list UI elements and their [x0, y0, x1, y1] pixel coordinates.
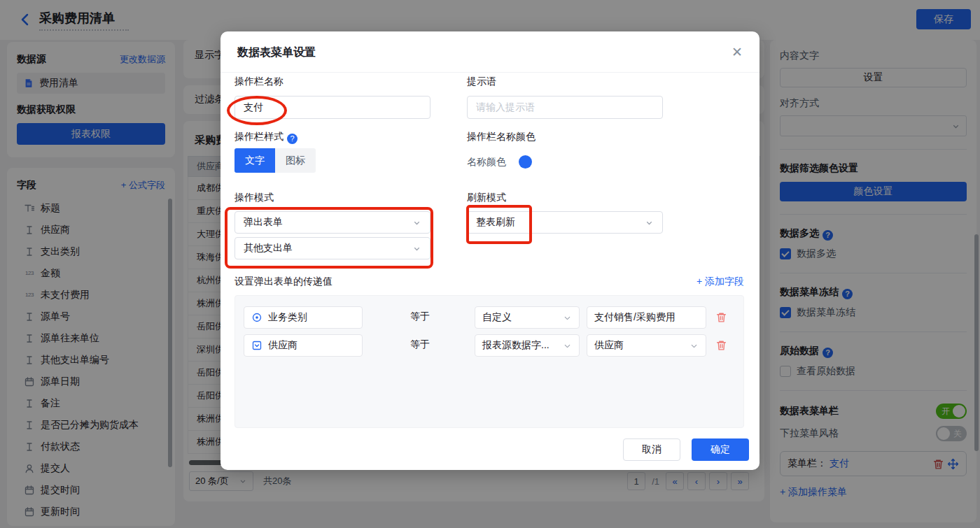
- source-type-select[interactable]: 报表源数据字...: [475, 334, 580, 357]
- field-chip-label: 供应商: [268, 339, 298, 352]
- transfer-row: 业务类别等于自定义支付销售/采购费用: [235, 306, 743, 329]
- value-input[interactable]: 支付销售/采购费用: [587, 306, 706, 329]
- action-style-toggle: 文字 图标: [234, 148, 316, 173]
- field-chip[interactable]: 供应商: [244, 334, 363, 357]
- chevron-down-icon: [412, 218, 421, 227]
- operator-label: 等于: [410, 311, 430, 323]
- cancel-button[interactable]: 取消: [623, 438, 680, 461]
- transfer-values-label: 设置弹出表单的传递值: [234, 276, 332, 288]
- action-name-input[interactable]: 支付: [234, 96, 430, 119]
- transfer-values-panel: 业务类别等于自定义支付销售/采购费用供应商等于报表源数据字...供应商: [234, 295, 744, 428]
- style-option-icon[interactable]: 图标: [275, 148, 316, 173]
- name-color-text: 名称颜色: [467, 156, 506, 169]
- modal-title: 数据表菜单设置: [237, 45, 316, 60]
- field-chip[interactable]: 业务类别: [244, 306, 363, 329]
- name-color-label: 操作栏名称颜色: [467, 131, 536, 143]
- action-name-label: 操作栏名称: [234, 76, 284, 88]
- delete-row-icon[interactable]: [715, 339, 727, 351]
- color-swatch[interactable]: [519, 155, 532, 169]
- chevron-down-icon: [563, 341, 572, 350]
- report-designer: 采购费用清单 保存 数据源 更改数据源 费用清单 数据获取权限 报表权限 字段 …: [0, 0, 980, 528]
- close-icon[interactable]: ✕: [732, 44, 743, 60]
- tip-label: 提示语: [467, 76, 496, 88]
- refresh-mode-label: 刷新模式: [467, 192, 506, 204]
- chevron-down-icon: [412, 244, 421, 253]
- table-menu-settings-modal: 数据表菜单设置 ✕ 操作栏名称 提示语 支付 请输入提示语 操作栏样式? 操作栏…: [220, 31, 760, 470]
- source-type-select[interactable]: 自定义: [475, 306, 580, 329]
- tip-input[interactable]: 请输入提示语: [467, 96, 663, 119]
- operator-label: 等于: [410, 338, 430, 351]
- confirm-button[interactable]: 确定: [692, 438, 749, 461]
- chevron-down-icon: [645, 218, 654, 227]
- op-form-select[interactable]: 其他支出单: [234, 237, 430, 259]
- chevron-down-icon: [563, 313, 572, 322]
- field-chip-label: 业务类别: [268, 311, 307, 324]
- radio-icon: [251, 312, 262, 323]
- divider: [220, 72, 760, 73]
- refresh-mode-select[interactable]: 整表刷新: [467, 211, 663, 234]
- delete-row-icon[interactable]: [715, 311, 727, 323]
- op-mode-label: 操作模式: [234, 192, 274, 204]
- value-select[interactable]: 供应商: [587, 334, 706, 357]
- select-icon: [251, 340, 262, 351]
- action-style-label: 操作栏样式?: [234, 131, 298, 144]
- help-icon[interactable]: ?: [287, 134, 298, 144]
- style-option-text[interactable]: 文字: [234, 148, 275, 173]
- op-mode-select[interactable]: 弹出表单: [234, 211, 430, 234]
- chevron-down-icon: [690, 341, 699, 350]
- transfer-row: 供应商等于报表源数据字...供应商: [235, 334, 743, 357]
- add-field-link[interactable]: + 添加字段: [696, 276, 744, 288]
